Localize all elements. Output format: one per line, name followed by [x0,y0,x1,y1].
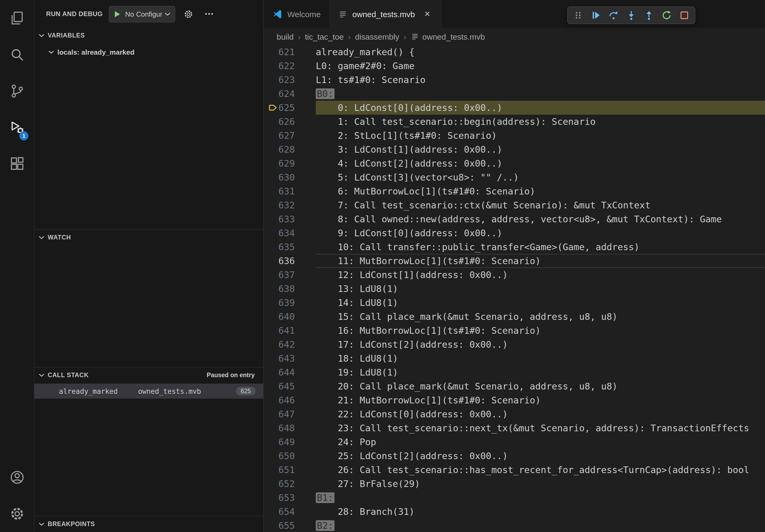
line-gutter[interactable]: 637 [264,268,316,282]
line-gutter[interactable]: 655 [264,519,316,532]
line-gutter[interactable]: 638 [264,282,316,296]
code-line[interactable]: 644 19: LdU8(1) [264,366,765,379]
code-line[interactable]: 646 21: MutBorrowLoc[1](ts#1#0: Scenario… [264,393,765,407]
continue-button[interactable] [587,8,604,23]
watch-section-header[interactable]: WATCH [34,230,263,245]
line-content[interactable]: 22: LdConst[0](address: 0x00..) [316,407,765,421]
activity-search[interactable] [0,36,34,73]
line-gutter[interactable]: 642 [264,338,316,352]
variables-section-header[interactable]: VARIABLES [34,28,263,43]
breadcrumb-item[interactable]: tic_tac_toe [305,32,344,41]
line-gutter[interactable]: 648 [264,421,316,435]
line-content[interactable]: 7: Call test_scenario::ctx(&mut Scenario… [316,198,765,212]
code-line[interactable]: 650 25: LdConst[2](address: 0x00..) [264,449,765,463]
variables-locals-row[interactable]: locals: already_marked [34,45,263,59]
line-gutter[interactable]: 643 [264,352,316,366]
line-gutter[interactable]: 650 [264,449,316,463]
line-gutter[interactable]: 623 [264,73,316,87]
line-content[interactable]: 15: Call place_mark(&mut Scenario, addre… [316,310,765,324]
code-line[interactable]: 629 4: LdConst[2](address: 0x00..) [264,156,765,170]
code-line[interactable]: 642 17: LdConst[2](address: 0x00..) [264,338,765,352]
code-line[interactable]: 637 12: LdConst[1](address: 0x00..) [264,268,765,282]
code-line[interactable]: 625 0: LdConst[0](address: 0x00..) [264,101,765,115]
line-gutter[interactable]: 626 [264,115,316,129]
line-gutter[interactable]: 654 [264,505,316,519]
code-area[interactable]: 621 already_marked() { 622 L0: game#2#0:… [264,45,765,532]
code-line[interactable]: 621 already_marked() { [264,45,765,59]
debug-settings-gear-icon[interactable] [182,7,196,21]
code-line[interactable]: 636 11: MutBorrowLoc[1](ts#1#0: Scenario… [264,254,765,268]
line-gutter[interactable]: 635 [264,240,316,254]
line-gutter[interactable]: 630 [264,170,316,184]
code-line[interactable]: 641 16: MutBorrowLoc[1](ts#1#0: Scenario… [264,324,765,338]
line-gutter[interactable]: 644 [264,366,316,379]
line-content[interactable]: 16: MutBorrowLoc[1](ts#1#0: Scenario) [316,324,765,338]
activity-run-and-debug[interactable]: 1 [0,109,34,146]
code-line[interactable]: 648 23: Call test_scenario::next_tx(&mut… [264,421,765,435]
line-gutter[interactable]: 645 [264,379,316,393]
code-line[interactable]: 634 9: LdConst[0](address: 0x00..) [264,226,765,240]
activity-extensions[interactable] [0,146,34,182]
line-gutter[interactable]: 628 [264,142,316,156]
line-content[interactable]: B0: [316,87,765,101]
code-line[interactable]: 651 26: Call test_scenario::has_most_rec… [264,463,765,477]
line-gutter[interactable]: 647 [264,407,316,421]
step-out-button[interactable] [641,8,657,23]
line-content[interactable]: 21: MutBorrowLoc[1](ts#1#0: Scenario) [316,393,765,407]
line-content[interactable]: L1: ts#1#0: Scenario [316,73,765,87]
breakpoints-section-header[interactable]: BREAKPOINTS [34,516,263,531]
more-actions-icon[interactable] [202,7,216,21]
line-content[interactable]: 11: MutBorrowLoc[1](ts#1#0: Scenario) [316,254,765,268]
line-gutter[interactable]: 641 [264,324,316,338]
line-gutter[interactable]: 634 [264,226,316,240]
line-gutter[interactable]: 629 [264,156,316,170]
line-content[interactable]: 20: Call place_mark(&mut Scenario, addre… [316,379,765,393]
code-line[interactable]: 630 5: LdConst[3](vector<u8>: "" /..) [264,170,765,184]
code-line[interactable]: 645 20: Call place_mark(&mut Scenario, a… [264,379,765,393]
code-line[interactable]: 622 L0: game#2#0: Game [264,59,765,73]
code-line[interactable]: 652 27: BrFalse(29) [264,477,765,491]
code-line[interactable]: 624 B0: [264,87,765,101]
line-content[interactable]: 27: BrFalse(29) [316,477,765,491]
step-into-button[interactable] [623,8,640,23]
line-gutter[interactable]: 627 [264,129,316,142]
code-line[interactable]: 643 18: LdU8(1) [264,352,765,366]
line-gutter[interactable]: 625 [264,101,316,115]
line-content[interactable]: 5: LdConst[3](vector<u8>: "" /..) [316,170,765,184]
code-line[interactable]: 653 B1: [264,491,765,505]
line-gutter[interactable]: 631 [264,184,316,198]
line-content[interactable]: 19: LdU8(1) [316,366,765,379]
line-content[interactable]: 24: Pop [316,435,765,449]
code-line[interactable]: 627 2: StLoc[1](ts#1#0: Scenario) [264,129,765,142]
line-content[interactable]: 13: LdU8(1) [316,282,765,296]
restart-button[interactable] [658,8,675,23]
line-gutter[interactable]: 633 [264,212,316,226]
line-content[interactable]: L0: game#2#0: Game [316,59,765,73]
tab-welcome[interactable]: Welcome [264,0,330,28]
line-content[interactable]: 25: LdConst[2](address: 0x00..) [316,449,765,463]
code-line[interactable]: 632 7: Call test_scenario::ctx(&mut Scen… [264,198,765,212]
code-line[interactable]: 654 28: Branch(31) [264,505,765,519]
code-line[interactable]: 638 13: LdU8(1) [264,282,765,296]
line-gutter[interactable]: 639 [264,296,316,310]
line-content[interactable]: B1: [316,491,765,505]
code-line[interactable]: 640 15: Call place_mark(&mut Scenario, a… [264,310,765,324]
call-stack-section-header[interactable]: CALL STACK Paused on entry [34,368,263,383]
line-content[interactable]: 17: LdConst[2](address: 0x00..) [316,338,765,352]
line-gutter[interactable]: 651 [264,463,316,477]
line-content[interactable]: 9: LdConst[0](address: 0x00..) [316,226,765,240]
line-gutter[interactable]: 646 [264,393,316,407]
tab-owned-tests[interactable]: owned_tests.mvb × [330,0,442,28]
code-line[interactable]: 623 L1: ts#1#0: Scenario [264,73,765,87]
code-line[interactable]: 626 1: Call test_scenario::begin(address… [264,115,765,129]
step-over-button[interactable] [605,8,622,23]
line-content[interactable]: 14: LdU8(1) [316,296,765,310]
line-content[interactable]: 3: LdConst[1](address: 0x00..) [316,142,765,156]
line-gutter[interactable]: 621 [264,45,316,59]
line-content[interactable]: 28: Branch(31) [316,505,765,519]
code-line[interactable]: 655 B2: [264,519,765,532]
line-content[interactable]: 26: Call test_scenario::has_most_recent_… [316,463,765,477]
activity-explorer[interactable] [0,0,34,36]
line-gutter[interactable]: 636 [264,254,316,268]
line-gutter[interactable]: 622 [264,59,316,73]
